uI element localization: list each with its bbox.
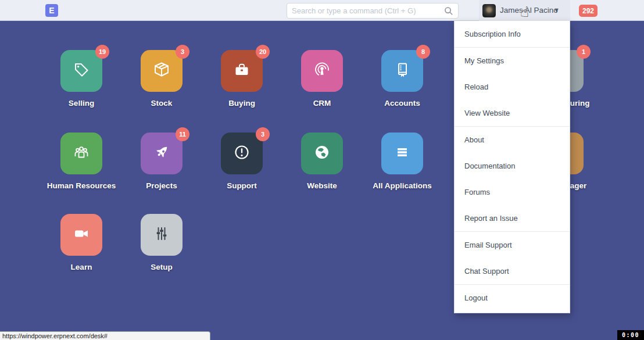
tile-label: Human Resources xyxy=(47,181,116,190)
tile[interactable] xyxy=(60,214,102,256)
tile-label: Website xyxy=(307,181,337,190)
global-search xyxy=(287,3,459,19)
tile[interactable] xyxy=(141,50,183,92)
module-tile-all-applications[interactable]: All Applications xyxy=(381,133,423,174)
podcast-person-icon xyxy=(313,61,331,81)
rocket-icon xyxy=(153,144,170,163)
tile-badge: 19 xyxy=(95,45,109,59)
tile[interactable] xyxy=(141,133,183,174)
tile-label: All Applications xyxy=(373,181,432,190)
tile-label: Setup xyxy=(151,263,173,271)
navbar: E James Al Pacino ▼ 292 xyxy=(0,0,644,21)
tile[interactable] xyxy=(381,50,423,92)
tile-label: Buying xyxy=(228,99,255,108)
tile-badge: 3 xyxy=(256,127,270,141)
module-tile-setup[interactable]: Setup xyxy=(141,214,183,256)
tile[interactable] xyxy=(221,50,263,92)
tile-label: Stock xyxy=(151,99,173,108)
tile-badge: 20 xyxy=(256,45,270,59)
video-camera-icon xyxy=(73,225,90,245)
module-tile-human-resources[interactable]: Human Resources xyxy=(60,133,102,174)
menu-item-reload[interactable]: Reload xyxy=(455,74,570,100)
user-dropdown-menu: Subscription Info My Settings Reload Vie… xyxy=(454,21,570,313)
menu-item-report-an-issue[interactable]: Report an Issue xyxy=(455,205,570,231)
module-tile-buying[interactable]: 20 Buying xyxy=(221,50,263,92)
people-icon xyxy=(73,144,90,163)
tile-badge: 3 xyxy=(176,45,189,59)
briefcase-icon xyxy=(233,61,251,81)
app-logo[interactable]: E xyxy=(45,4,58,17)
user-avatar[interactable] xyxy=(482,4,496,17)
tile[interactable] xyxy=(141,214,183,256)
notification-count-badge[interactable]: 292 xyxy=(579,5,598,17)
hamburger-icon xyxy=(393,144,411,163)
tile[interactable] xyxy=(381,133,423,174)
module-tile-accounts[interactable]: 8 Accounts xyxy=(381,50,423,92)
tag-icon xyxy=(73,61,90,81)
menu-item-documentation[interactable]: Documentation xyxy=(455,153,570,179)
tile-badge: 11 xyxy=(176,127,189,141)
tile-label: CRM xyxy=(313,99,331,108)
tile-label: Support xyxy=(227,181,257,190)
menu-item-forums[interactable]: Forums xyxy=(455,179,570,205)
tile[interactable] xyxy=(60,133,102,174)
chevron-down-icon[interactable]: ▼ xyxy=(553,0,560,21)
tile-label: Projects xyxy=(146,181,177,190)
menu-item-logout[interactable]: Logout xyxy=(455,285,570,311)
search-input[interactable] xyxy=(292,6,444,15)
module-tile-support[interactable]: 3 Support xyxy=(221,133,263,174)
menu-item-my-settings[interactable]: My Settings xyxy=(455,48,570,74)
tile-badge: 1 xyxy=(577,45,591,59)
ledger-book-icon xyxy=(393,61,411,81)
module-tile-selling[interactable]: 19 Selling xyxy=(60,50,102,92)
tile-label: Selling xyxy=(69,99,94,108)
module-tile-stock[interactable]: 3 Stock xyxy=(141,50,183,92)
menu-item-about[interactable]: About xyxy=(455,127,570,153)
module-tile-projects[interactable]: 11 Projects xyxy=(141,133,183,174)
link-preview-status-bar: https://windpower.erpnext.com/desk# xyxy=(0,331,210,340)
globe-icon xyxy=(313,144,331,163)
menu-item-view-website[interactable]: View Website xyxy=(455,100,570,126)
box-icon xyxy=(153,61,170,81)
user-name[interactable]: James Al Pacino xyxy=(500,0,558,21)
tile[interactable] xyxy=(301,133,343,174)
menu-item-chat-support[interactable]: Chat Support xyxy=(455,258,570,284)
module-tile-learn[interactable]: Learn xyxy=(60,214,102,256)
module-tile-crm[interactable]: CRM xyxy=(301,50,343,92)
exclamation-circle-icon xyxy=(233,144,251,163)
module-tile-website[interactable]: Website xyxy=(301,133,343,174)
menu-item-subscription-info[interactable]: Subscription Info xyxy=(455,21,570,47)
erpnext-desk: E James Al Pacino ▼ 292 Subscription Inf… xyxy=(0,0,644,340)
tile-label: Learn xyxy=(71,263,92,271)
screen-recorder-timer: 0:00 xyxy=(617,330,644,340)
tile[interactable] xyxy=(60,50,102,92)
tile[interactable] xyxy=(221,133,263,174)
search-icon[interactable] xyxy=(444,6,453,16)
tile[interactable] xyxy=(301,50,343,92)
tile-badge: 8 xyxy=(416,45,430,59)
tile-label: Accounts xyxy=(384,99,420,108)
menu-item-email-support[interactable]: Email Support xyxy=(455,232,570,258)
sliders-icon xyxy=(153,225,170,245)
